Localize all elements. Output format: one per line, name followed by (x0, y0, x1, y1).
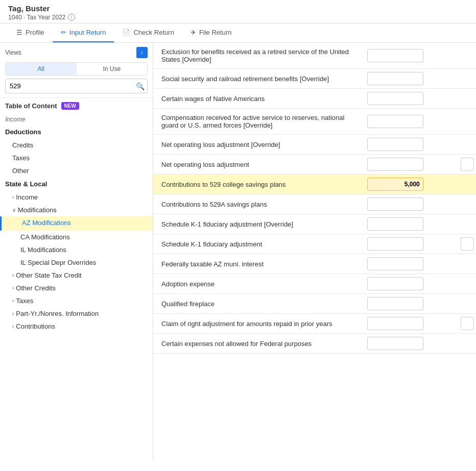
client-name: Tag, Buster (8, 4, 468, 13)
other-credits-chevron-icon: › (12, 285, 14, 291)
toc-header: Table of Content NEW (0, 98, 153, 112)
sidebar-item-other-state-tax[interactable]: › Other State Tax Credit (0, 269, 153, 282)
table-row: Schedule K-1 fiduciary adjustment (153, 234, 476, 254)
row-input[interactable] (367, 337, 423, 350)
table-row: Adoption expense (153, 274, 476, 294)
modifications-chevron-icon: ∨ (12, 207, 16, 213)
il-modifications-label: IL Modifications (20, 246, 66, 254)
nav-section-state-local[interactable]: State & Local (0, 177, 153, 191)
row-input[interactable] (367, 317, 423, 330)
row-input[interactable] (367, 72, 423, 85)
toc-label: Table of Content (5, 102, 57, 110)
ca-modifications-label: CA Modifications (20, 233, 70, 241)
table-row: Net operating loss adjustment (153, 155, 476, 175)
tab-check-return[interactable]: 📄 Check Return (114, 23, 182, 42)
input-cell (363, 234, 459, 254)
row-label: Schedule K-1 fiduciary adjustment (153, 234, 363, 254)
row-label: Certain wages of Native Americans (153, 89, 363, 109)
info-icon[interactable]: i (68, 14, 75, 21)
tab-profile-label: Profile (26, 29, 44, 36)
views-in-use-button[interactable]: In Use (77, 63, 148, 75)
input-cell (363, 334, 459, 354)
tab-file-return-label: File Return (199, 29, 232, 36)
search-box: 🔍 (5, 79, 148, 93)
search-input[interactable] (5, 79, 148, 93)
sidebar-item-taxes[interactable]: Taxes (0, 152, 153, 164)
tab-profile[interactable]: ☰ Profile (8, 23, 53, 42)
extra-cell (459, 155, 476, 175)
table-row: Exclusion for benefits received as a ret… (153, 43, 476, 69)
row-label: Certain expenses not allowed for Federal… (153, 334, 363, 354)
collapse-sidebar-button[interactable]: ‹ (136, 47, 148, 58)
sidebar-item-ca-modifications[interactable]: CA Modifications (0, 231, 153, 243)
row-input[interactable] (367, 197, 423, 211)
contributions-label: Contributions (16, 323, 55, 330)
sidebar-nav: Income Deductions Credits Taxes Other St… (0, 112, 153, 460)
small-input[interactable] (461, 317, 474, 330)
app-header: Tag, Buster 1040 · Tax Year 2022 i (0, 0, 476, 23)
income-group-label: Income (5, 116, 25, 123)
input-cell (363, 175, 459, 194)
table-row: Contributions to 529 college savings pla… (153, 175, 476, 194)
sidebar-item-taxes-sl[interactable]: › Taxes (0, 294, 153, 307)
input-cell (363, 43, 459, 69)
input-cell (363, 274, 459, 294)
row-label: Compensation received for active service… (153, 109, 363, 135)
small-input[interactable] (461, 237, 474, 251)
row-label: Qualified fireplace (153, 294, 363, 314)
row-input[interactable] (367, 178, 423, 191)
sidebar: Views ‹ All In Use 🔍 Table of Content NE… (0, 43, 153, 460)
extra-cell (459, 274, 476, 294)
part-yr-label: Part-Yr./Nonres. Information (16, 310, 99, 317)
sidebar-item-modifications[interactable]: ∨ Modifications (0, 204, 153, 216)
sidebar-item-sl-income[interactable]: › Income (0, 191, 153, 204)
row-input[interactable] (367, 49, 423, 62)
tab-input-return[interactable]: ✏ Input Return (53, 23, 114, 42)
nav-section-deductions[interactable]: Deductions (0, 125, 153, 139)
extra-cell (459, 254, 476, 274)
row-input[interactable] (367, 257, 423, 270)
income-chevron-icon: › (12, 194, 14, 200)
sidebar-item-il-special-depr[interactable]: IL Special Depr Overrides (0, 256, 153, 269)
extra-cell (459, 69, 476, 89)
check-return-tab-icon: 📄 (122, 29, 130, 36)
row-label: Social security and railroad retirement … (153, 69, 363, 89)
row-input[interactable] (367, 237, 423, 251)
row-input[interactable] (367, 115, 423, 128)
views-toggle: All In Use (5, 62, 148, 76)
extra-cell (459, 109, 476, 135)
row-label: Exclusion for benefits received as a ret… (153, 43, 363, 69)
row-label: Net operating loss adjustment [Override] (153, 135, 363, 155)
tab-file-return[interactable]: ✈ File Return (182, 23, 240, 42)
sidebar-item-part-yr[interactable]: › Part-Yr./Nonres. Information (0, 307, 153, 320)
input-cell (363, 155, 459, 175)
input-cell (363, 254, 459, 274)
views-all-button[interactable]: All (6, 63, 77, 75)
row-input[interactable] (367, 92, 423, 105)
extra-cell (459, 294, 476, 314)
row-input[interactable] (367, 138, 423, 151)
row-label: Federally taxable AZ muni. interest (153, 254, 363, 274)
table-row: Qualified fireplace (153, 294, 476, 314)
sidebar-item-az-modifications[interactable]: AZ Modifications (2, 216, 153, 231)
input-cell (363, 194, 459, 214)
row-input[interactable] (367, 158, 423, 171)
sidebar-item-il-modifications[interactable]: IL Modifications (0, 243, 153, 256)
table-row: Social security and railroad retirement … (153, 69, 476, 89)
views-label: Views (5, 49, 21, 56)
az-modifications-row: AZ Modifications (0, 216, 153, 231)
row-input[interactable] (367, 277, 423, 290)
row-input[interactable] (367, 297, 423, 310)
sidebar-item-contributions[interactable]: › Contributions (0, 320, 153, 333)
az-modifications-label: AZ Modifications (22, 219, 71, 227)
small-input[interactable] (461, 158, 474, 171)
sidebar-item-other[interactable]: Other (0, 164, 153, 177)
tab-input-return-label: Input Return (69, 29, 106, 36)
modifications-label: Modifications (18, 206, 57, 214)
table-row: Certain wages of Native Americans (153, 89, 476, 109)
extra-cell (459, 214, 476, 234)
sidebar-item-credits[interactable]: Credits (0, 139, 153, 152)
sidebar-item-other-credits[interactable]: › Other Credits (0, 282, 153, 294)
row-input[interactable] (367, 217, 423, 231)
table-row: Certain expenses not allowed for Federal… (153, 334, 476, 354)
